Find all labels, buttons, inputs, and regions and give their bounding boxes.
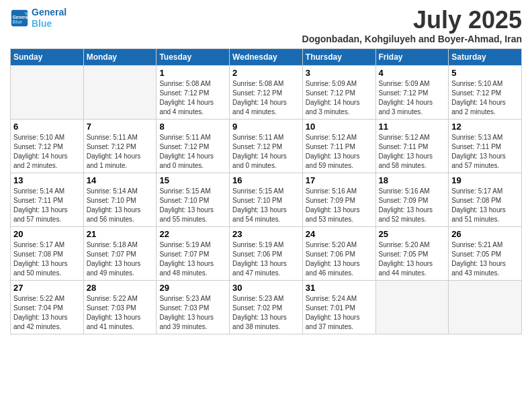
calendar-cell: 22Sunrise: 5:19 AM Sunset: 7:07 PM Dayli… <box>157 226 230 280</box>
calendar-cell: 13Sunrise: 5:14 AM Sunset: 7:11 PM Dayli… <box>11 173 84 226</box>
day-info: Sunrise: 5:10 AM Sunset: 7:12 PM Dayligh… <box>451 79 519 117</box>
day-number: 1 <box>159 68 226 78</box>
day-info: Sunrise: 5:16 AM Sunset: 7:09 PM Dayligh… <box>379 187 446 224</box>
day-info: Sunrise: 5:19 AM Sunset: 7:07 PM Dayligh… <box>159 240 226 278</box>
calendar-cell: 25Sunrise: 5:20 AM Sunset: 7:05 PM Dayli… <box>375 226 449 280</box>
calendar-cell <box>83 65 157 119</box>
calendar-row-2: 6Sunrise: 5:10 AM Sunset: 7:12 PM Daylig… <box>11 119 522 173</box>
day-info: Sunrise: 5:23 AM Sunset: 7:03 PM Dayligh… <box>159 294 226 332</box>
day-number: 31 <box>306 283 373 293</box>
header-row: Sunday Monday Tuesday Wednesday Thursday… <box>11 48 522 65</box>
day-number: 23 <box>232 229 300 239</box>
day-number: 4 <box>379 68 446 78</box>
day-info: Sunrise: 5:11 AM Sunset: 7:12 PM Dayligh… <box>159 133 226 171</box>
calendar-cell: 3Sunrise: 5:09 AM Sunset: 7:12 PM Daylig… <box>302 65 375 119</box>
day-number: 15 <box>159 175 226 185</box>
day-info: Sunrise: 5:13 AM Sunset: 7:11 PM Dayligh… <box>451 133 519 171</box>
day-info: Sunrise: 5:21 AM Sunset: 7:05 PM Dayligh… <box>451 240 519 278</box>
day-info: Sunrise: 5:11 AM Sunset: 7:12 PM Dayligh… <box>232 133 300 171</box>
calendar-cell: 18Sunrise: 5:16 AM Sunset: 7:09 PM Dayli… <box>375 173 449 226</box>
day-info: Sunrise: 5:22 AM Sunset: 7:04 PM Dayligh… <box>13 294 81 332</box>
day-info: Sunrise: 5:17 AM Sunset: 7:08 PM Dayligh… <box>13 240 81 278</box>
calendar-cell: 31Sunrise: 5:24 AM Sunset: 7:01 PM Dayli… <box>302 280 375 334</box>
day-info: Sunrise: 5:14 AM Sunset: 7:10 PM Dayligh… <box>87 187 154 224</box>
calendar-cell: 2Sunrise: 5:08 AM Sunset: 7:12 PM Daylig… <box>230 65 303 119</box>
calendar-cell: 8Sunrise: 5:11 AM Sunset: 7:12 PM Daylig… <box>157 119 230 173</box>
calendar-row-3: 13Sunrise: 5:14 AM Sunset: 7:11 PM Dayli… <box>11 173 522 226</box>
day-info: Sunrise: 5:09 AM Sunset: 7:12 PM Dayligh… <box>306 79 373 117</box>
day-number: 6 <box>13 122 81 132</box>
day-info: Sunrise: 5:16 AM Sunset: 7:09 PM Dayligh… <box>306 187 373 224</box>
calendar-row-5: 27Sunrise: 5:22 AM Sunset: 7:04 PM Dayli… <box>11 280 522 334</box>
day-number: 21 <box>87 229 154 239</box>
calendar-cell: 30Sunrise: 5:23 AM Sunset: 7:02 PM Dayli… <box>230 280 303 334</box>
calendar-cell: 29Sunrise: 5:23 AM Sunset: 7:03 PM Dayli… <box>157 280 230 334</box>
calendar-cell: 9Sunrise: 5:11 AM Sunset: 7:12 PM Daylig… <box>230 119 303 173</box>
day-number: 20 <box>13 229 81 239</box>
calendar-cell: 14Sunrise: 5:14 AM Sunset: 7:10 PM Dayli… <box>83 173 157 226</box>
calendar-cell: 24Sunrise: 5:20 AM Sunset: 7:06 PM Dayli… <box>302 226 375 280</box>
day-number: 13 <box>13 175 81 185</box>
day-number: 29 <box>159 283 226 293</box>
calendar-cell <box>375 280 449 334</box>
header: General Blue General Blue July 2025 Dogo… <box>10 7 522 44</box>
day-info: Sunrise: 5:10 AM Sunset: 7:12 PM Dayligh… <box>13 133 81 171</box>
calendar-cell <box>449 280 522 334</box>
col-sunday: Sunday <box>11 48 84 65</box>
day-number: 28 <box>87 283 154 293</box>
day-number: 18 <box>379 175 446 185</box>
day-number: 11 <box>379 122 446 132</box>
col-friday: Friday <box>375 48 449 65</box>
calendar-row-4: 20Sunrise: 5:17 AM Sunset: 7:08 PM Dayli… <box>11 226 522 280</box>
day-number: 26 <box>451 229 519 239</box>
calendar-cell: 21Sunrise: 5:18 AM Sunset: 7:07 PM Dayli… <box>83 226 157 280</box>
calendar-body: 1Sunrise: 5:08 AM Sunset: 7:12 PM Daylig… <box>11 65 522 334</box>
subtitle: Dogonbadan, Kohgiluyeh and Boyer-Ahmad, … <box>302 34 522 44</box>
day-number: 9 <box>232 122 300 132</box>
day-info: Sunrise: 5:22 AM Sunset: 7:03 PM Dayligh… <box>87 294 154 332</box>
calendar-cell: 23Sunrise: 5:19 AM Sunset: 7:06 PM Dayli… <box>230 226 303 280</box>
day-info: Sunrise: 5:23 AM Sunset: 7:02 PM Dayligh… <box>232 294 300 332</box>
month-title: July 2025 <box>302 7 522 34</box>
day-info: Sunrise: 5:08 AM Sunset: 7:12 PM Dayligh… <box>232 79 300 117</box>
calendar-cell: 27Sunrise: 5:22 AM Sunset: 7:04 PM Dayli… <box>11 280 84 334</box>
day-number: 22 <box>159 229 226 239</box>
calendar-cell: 11Sunrise: 5:12 AM Sunset: 7:11 PM Dayli… <box>375 119 449 173</box>
day-number: 10 <box>306 122 373 132</box>
day-number: 3 <box>306 68 373 78</box>
calendar-cell: 4Sunrise: 5:09 AM Sunset: 7:12 PM Daylig… <box>375 65 449 119</box>
day-info: Sunrise: 5:20 AM Sunset: 7:06 PM Dayligh… <box>306 240 373 278</box>
calendar-row-1: 1Sunrise: 5:08 AM Sunset: 7:12 PM Daylig… <box>11 65 522 119</box>
day-number: 5 <box>451 68 519 78</box>
logo: General Blue General Blue <box>10 7 66 30</box>
logo-line1: General <box>32 7 66 17</box>
calendar-cell: 26Sunrise: 5:21 AM Sunset: 7:05 PM Dayli… <box>449 226 522 280</box>
logo-line2: Blue <box>32 18 52 29</box>
day-info: Sunrise: 5:15 AM Sunset: 7:10 PM Dayligh… <box>159 187 226 224</box>
svg-text:Blue: Blue <box>13 19 22 24</box>
day-info: Sunrise: 5:24 AM Sunset: 7:01 PM Dayligh… <box>306 294 373 332</box>
day-info: Sunrise: 5:12 AM Sunset: 7:11 PM Dayligh… <box>306 133 373 171</box>
calendar-cell: 5Sunrise: 5:10 AM Sunset: 7:12 PM Daylig… <box>449 65 522 119</box>
col-tuesday: Tuesday <box>157 48 230 65</box>
col-saturday: Saturday <box>449 48 522 65</box>
calendar-cell: 7Sunrise: 5:11 AM Sunset: 7:12 PM Daylig… <box>83 119 157 173</box>
day-number: 27 <box>13 283 81 293</box>
calendar-cell: 15Sunrise: 5:15 AM Sunset: 7:10 PM Dayli… <box>157 173 230 226</box>
calendar-cell: 6Sunrise: 5:10 AM Sunset: 7:12 PM Daylig… <box>11 119 84 173</box>
day-number: 12 <box>451 122 519 132</box>
day-info: Sunrise: 5:09 AM Sunset: 7:12 PM Dayligh… <box>379 79 446 117</box>
day-info: Sunrise: 5:19 AM Sunset: 7:06 PM Dayligh… <box>232 240 300 278</box>
day-number: 7 <box>87 122 154 132</box>
day-number: 19 <box>451 175 519 185</box>
day-info: Sunrise: 5:15 AM Sunset: 7:10 PM Dayligh… <box>232 187 300 224</box>
day-info: Sunrise: 5:17 AM Sunset: 7:08 PM Dayligh… <box>451 187 519 224</box>
day-number: 25 <box>379 229 446 239</box>
svg-text:General: General <box>13 15 29 19</box>
calendar-cell: 17Sunrise: 5:16 AM Sunset: 7:09 PM Dayli… <box>302 173 375 226</box>
day-number: 16 <box>232 175 300 185</box>
calendar-cell: 12Sunrise: 5:13 AM Sunset: 7:11 PM Dayli… <box>449 119 522 173</box>
day-number: 2 <box>232 68 300 78</box>
calendar-cell: 28Sunrise: 5:22 AM Sunset: 7:03 PM Dayli… <box>83 280 157 334</box>
calendar-cell <box>11 65 84 119</box>
